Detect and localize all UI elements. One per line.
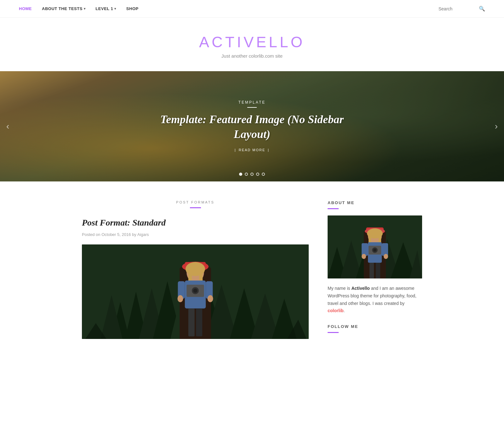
post-meta: Posted on October 5, 2016 by Aigars [82, 232, 309, 237]
nav-shop[interactable]: SHOP [126, 6, 139, 11]
slider-dot-2[interactable] [245, 173, 248, 176]
post-date-prefix: Posted on [82, 232, 100, 237]
svg-rect-46 [362, 243, 368, 256]
svg-point-50 [373, 249, 376, 252]
slider-next-button[interactable]: › [492, 118, 501, 135]
nav-home[interactable]: HOME [19, 6, 32, 11]
post-date[interactable]: October 5, 2016 [101, 232, 131, 237]
slider-divider [247, 107, 257, 108]
post-title: Post Format: Standard [82, 218, 309, 228]
nav-level1[interactable]: LEVEL 1 ▾ [95, 6, 116, 11]
about-me-underline [328, 208, 339, 209]
follow-me-title: FOLLOW ME [328, 324, 422, 329]
hero-slider: ‹ TEMPLATE Template: Featured Image (No … [0, 71, 504, 181]
sidebar-image-svg [328, 215, 422, 278]
chevron-down-icon: ▾ [114, 7, 116, 10]
svg-rect-28 [196, 308, 202, 336]
svg-point-26 [208, 295, 213, 302]
slider-prev-button[interactable]: ‹ [3, 118, 12, 135]
chevron-down-icon: ▾ [84, 7, 86, 10]
post-category-label: POST FORMATS [82, 200, 309, 204]
svg-rect-47 [382, 243, 388, 256]
post-image-inner [82, 244, 309, 339]
slider-read-more-button[interactable]: READ MORE [232, 148, 272, 152]
svg-point-25 [178, 295, 183, 302]
brand-section: ACTIVELLO Just another colorlib.com site [0, 18, 504, 71]
site-title: ACTIVELLO [6, 33, 498, 51]
nav-about[interactable]: ABOUT THE TESTS ▾ [42, 6, 85, 11]
post-featured-image [82, 244, 309, 339]
main-nav: HOME ABOUT THE TESTS ▾ LEVEL 1 ▾ SHOP 🔍 [0, 0, 504, 18]
sidebar: ABOUT ME [328, 200, 422, 339]
svg-rect-54 [376, 263, 380, 278]
about-me-title: ABOUT ME [328, 200, 422, 205]
svg-point-51 [362, 254, 366, 259]
svg-rect-53 [369, 263, 374, 278]
post-author[interactable]: Aigars [137, 232, 149, 237]
slider-title: Template: Featured Image (No Sidebar Lay… [158, 112, 346, 142]
svg-point-24 [193, 289, 197, 293]
search-icon[interactable]: 🔍 [479, 6, 485, 12]
slider-content: TEMPLATE Template: Featured Image (No Si… [158, 100, 346, 152]
post-author-label: by [132, 232, 136, 237]
nav-links: HOME ABOUT THE TESTS ▾ LEVEL 1 ▾ SHOP [19, 6, 438, 11]
about-text: My name is Activello and I am an awesome… [328, 285, 422, 315]
posts-section: POST FORMATS Post Format: Standard Poste… [82, 200, 309, 339]
search-input[interactable] [438, 6, 476, 11]
slider-dot-5[interactable] [262, 173, 265, 176]
follow-me-underline [328, 332, 339, 333]
slider-dot-4[interactable] [256, 173, 259, 176]
slider-category: TEMPLATE [158, 100, 346, 105]
search-form: 🔍 [438, 6, 485, 12]
colorlib-link[interactable]: colorlib [328, 308, 344, 313]
post-category-underline [190, 207, 201, 208]
svg-rect-27 [188, 308, 195, 336]
slider-dot-3[interactable] [250, 173, 254, 176]
slider-dot-1[interactable] [239, 173, 242, 176]
svg-point-52 [384, 254, 388, 259]
post-image-bg-svg [82, 244, 309, 339]
main-content: POST FORMATS Post Format: Standard Poste… [69, 181, 435, 358]
site-tagline: Just another colorlib.com site [6, 53, 498, 59]
slider-dots [239, 173, 265, 176]
sidebar-about-image [328, 215, 422, 278]
